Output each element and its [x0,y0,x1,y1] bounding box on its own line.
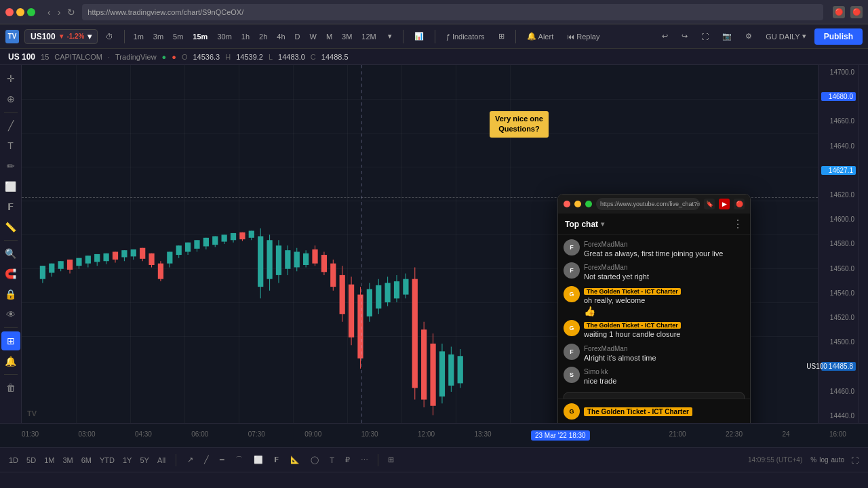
publish-button[interactable]: Publish [814,28,863,45]
source-name: · [108,53,110,61]
screenshots-btn[interactable]: 📷 [717,30,737,43]
chart-area[interactable]: Very nice one Questions? TV https://www.… [22,65,818,423]
yt-username-2: ForexMadMan [584,264,627,271]
tf-D[interactable]: D [292,30,304,43]
yt-chat-more-btn[interactable]: ⋮ [732,218,743,230]
fullscreen-btn[interactable]: ⛶ [696,30,714,43]
shape-tool[interactable]: ⬜ [1,177,20,196]
tf-2h[interactable]: 2h [256,30,271,43]
brush-tool[interactable]: ✏ [1,157,20,176]
yt-url-bar[interactable]: https://www.youtube.com/live_chat?is_pop… [596,198,700,210]
eye-tool[interactable]: 👁 [1,305,20,324]
period-ytd[interactable]: YTD [96,455,118,466]
sep-4 [515,30,516,43]
fib-tool[interactable]: 𝗙 [1,197,20,216]
crosshair-tool[interactable]: ⊕ [1,89,20,108]
period-6m[interactable]: 6M [78,455,95,466]
settings-btn[interactable]: ⚙ [740,30,757,43]
svg-rect-69 [349,285,354,338]
drawing-measure-btn[interactable]: 📐 [286,453,304,466]
tf-5m[interactable]: 5m [170,30,186,43]
drawing-more-btn[interactable]: ⋯ [357,453,372,466]
indicators-btn[interactable]: ƒ Indicators [441,30,490,43]
auto-toggle[interactable]: auto [831,456,844,464]
drawing-arc-btn[interactable]: ◯ [307,453,323,466]
period-1m[interactable]: 1M [41,455,58,466]
tf-4h[interactable]: 4h [273,30,288,43]
replay-btn[interactable]: ⏮ Replay [561,30,605,43]
window-close-btn[interactable] [5,8,14,16]
alert-tool[interactable]: 🔔 [1,352,20,371]
tf-3m[interactable]: 3m [150,30,167,43]
drawing-price-btn[interactable]: ₽ [341,453,354,466]
tf-12M[interactable]: 12M [358,30,379,43]
period-1y[interactable]: 1Y [119,455,135,466]
time-1600: 16:00 [829,430,846,441]
tf-1m[interactable]: 1m [130,30,147,43]
alert-btn[interactable]: 🔔 Alert [521,30,559,43]
period-1d[interactable]: 1D [5,455,22,466]
measure-tool[interactable]: 📏 [1,218,20,237]
yt-chat-header: Top chat ▾ ⋮ [558,214,750,235]
svg-rect-21 [131,249,136,256]
chart-type-btn[interactable]: 📊 [409,30,429,43]
yt-ext-yt[interactable]: ▶ [719,199,730,209]
window-max-btn[interactable] [27,8,35,16]
period-3m[interactable]: 3M [59,455,76,466]
undo-btn[interactable]: ↩ [656,30,673,43]
period-5d[interactable]: 5D [23,455,39,466]
dot-indicator: ● [162,53,167,61]
price-current: 14627.1 [821,166,856,175]
drawing-select-btn[interactable]: ↗ [183,453,197,466]
tf-1h[interactable]: 1h [238,30,253,43]
log-toggle[interactable]: log [819,456,828,464]
magnet-tool[interactable]: 🧲 [1,264,20,283]
text-tool[interactable]: T [1,136,20,155]
cursor-tool[interactable]: ✛ [1,69,20,88]
redo-btn[interactable]: ↪ [676,30,693,43]
back-btn[interactable]: ‹ [45,5,54,19]
delete-tool[interactable]: 🗑 [1,378,20,397]
period-5y[interactable]: 5Y [136,455,152,466]
tf-30m[interactable]: 30m [214,30,235,43]
tf-3M[interactable]: 3M [338,30,355,43]
panel-tool[interactable]: ⊞ [1,331,20,350]
yt-min-btn[interactable] [574,201,581,207]
tf-W[interactable]: W [307,30,320,43]
url-bar[interactable]: https://www.tradingview.com/chart/S9nQCe… [82,4,823,20]
expand-btn[interactable]: ⛶ [847,454,863,466]
symbol-selector[interactable]: US100 ▼ -1.2% ▾ [24,29,98,44]
forward-btn[interactable]: › [55,5,64,19]
trend-line-tool[interactable]: ╱ [1,116,20,135]
yt-ext-bookmark[interactable]: 🔖 [704,199,715,209]
ext-2[interactable]: 🔴 [850,6,863,18]
yt-messages-list[interactable]: F ForexMadMan Great as always, first tim… [558,235,750,399]
tf-dropdown[interactable]: ▾ [382,30,397,43]
account-btn[interactable]: GU DAILY ▾ [760,30,812,43]
tf-M[interactable]: M [323,30,336,43]
ext-1[interactable]: 🔴 [833,6,845,18]
browser-bar: ‹ › ↻ https://www.tradingview.com/chart/… [0,0,868,24]
lock-tool[interactable]: 🔒 [1,285,20,304]
yt-close-btn[interactable] [564,201,570,207]
time-1330: 13:30 [475,430,492,441]
yt-max-btn[interactable] [585,201,592,207]
window-min-btn[interactable] [16,8,24,16]
compare-btn-b[interactable]: ⊞ [384,453,398,466]
period-all[interactable]: All [154,455,169,466]
drawing-rect-btn[interactable]: ⬜ [250,453,267,466]
open-label: O [182,53,188,61]
yt-ext-dark[interactable]: 🔴 [734,199,745,209]
compare-btn[interactable]: ⊞ [493,30,510,43]
drawing-text-btn[interactable]: T [326,454,338,466]
reload-btn[interactable]: ↻ [64,5,78,19]
tf-15m[interactable]: 15m [189,30,211,43]
goto-date-btn[interactable]: ⏱ [100,30,119,43]
drawing-line-btn[interactable]: ╱ [200,453,213,466]
zoom-tool[interactable]: 🔍 [1,244,20,263]
drawing-curve-btn[interactable]: ⌒ [231,453,247,467]
drawing-h-btn[interactable]: ━ [216,453,229,466]
yt-chat-dropdown-icon[interactable]: ▾ [601,220,604,228]
zoom-pct-val: % [810,456,816,464]
drawing-fib-btn[interactable]: 𝗙 [270,453,283,466]
